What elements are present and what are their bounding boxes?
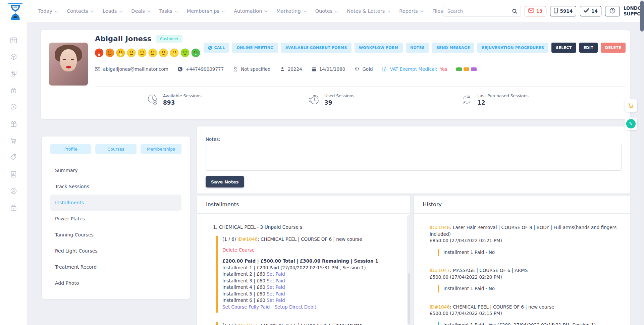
nav-item-leads[interactable]: Leads [103,8,121,14]
nav-item-quotes[interactable]: Quotes [315,8,337,14]
nav-item-tasks[interactable]: Tasks [159,8,177,14]
call-button[interactable]: CALL [204,43,229,53]
notes-button[interactable]: NOTES [406,43,429,53]
contact-value: Not specified [241,66,270,72]
customer-photo[interactable] [49,43,88,86]
app-logo-hourglass-icon[interactable] [8,2,23,20]
menu-item-track-sessions[interactable]: Track Sessions [50,178,181,195]
tab-courses[interactable]: Courses [95,144,136,154]
security-icon [10,204,17,212]
nav-item-contacts[interactable]: Contacts [67,8,93,14]
panel-scrollbar[interactable] [407,215,411,325]
floating-call-button[interactable] [625,117,637,130]
menu-item-installments[interactable]: Installments [50,195,181,211]
set-paid-link[interactable]: Set Paid [267,278,285,283]
chevron-down-icon [222,9,225,12]
menu-item-summary[interactable]: Summary [50,162,181,178]
nav-item-memberships[interactable]: Memberships [187,8,224,14]
phone-badge[interactable]: 5914 [550,6,577,16]
mood-emoji-9[interactable] [180,48,190,57]
save-notes-button[interactable]: Save Notes [206,176,244,187]
button-label: AVAILABLE CONSENT FORMS [285,46,347,50]
search-input[interactable] [443,8,509,14]
rail-item-bag-icon[interactable] [0,82,27,99]
rail-item-membership-renewal-icon[interactable] [0,182,27,199]
mood-emoji-2[interactable] [105,48,114,57]
nav-item-files[interactable]: Files [432,8,443,14]
customer-tag-chips [456,67,477,71]
menu-item-power-plates[interactable]: Power Plates [50,211,181,227]
nav-item-automation[interactable]: Automation [234,8,267,14]
help-badge[interactable] [605,6,620,16]
installment-text: Installment 4 | £60 [222,284,267,290]
history-entry: ID#1048: Laser Hair Removal | COURSE OF … [430,224,623,256]
menu-item-tanning-courses[interactable]: Tanning Courses [50,227,181,243]
tag-chip [471,67,477,71]
rail-item-package-icon[interactable] [0,48,27,65]
contact-user: 20224 [280,66,302,72]
rail-item-security-icon[interactable] [0,199,27,216]
menu-item-treatment-record[interactable]: Treatment Record [50,259,181,275]
mood-emoji-8[interactable] [170,48,179,57]
course-footer-links: Set Course Fully PaidSetup Direct Debit [222,304,403,311]
set-paid-link[interactable]: Set Paid [267,284,285,290]
notes-textarea[interactable] [206,144,622,171]
rail-item-calendar-icon[interactable]: 12 [0,32,27,48]
edit-button[interactable]: EDIT [579,43,598,53]
call-icon [208,46,212,50]
nav-item-today[interactable]: Today [38,8,57,14]
history-course-id[interactable]: ID#1048 [430,225,450,230]
chevron-down-icon [264,9,268,12]
course-id[interactable]: ID#1046 [237,236,258,242]
history-entry: ID#1047: MASSAGE | COURSE OF 6 | ARMS£50… [430,267,623,292]
tasks-badge[interactable]: 14 [580,6,601,16]
history-course-id[interactable]: ID#1046 [430,304,450,310]
course-id[interactable]: ID#1023 [237,323,258,325]
menu-item-add-photo[interactable]: Add Photo [50,275,181,291]
installment-text: Installment 6 | £60 [222,297,267,303]
rail-item-copy-icon[interactable] [0,65,27,82]
workflow-form-button[interactable]: WORKFLOW FORM [355,43,403,53]
rail-item-cart-icon[interactable] [0,132,27,149]
nav-item-deals[interactable]: Deals [131,8,150,14]
rail-item-gift-icon[interactable] [0,115,27,132]
rail-item-history-icon[interactable] [0,99,27,115]
send-message-button[interactable]: SEND MESSAGE [432,43,474,53]
mood-emoji-1[interactable] [95,48,104,57]
stat-available-sessions: Available Sessions893 [147,93,202,106]
installment-line: Installment 2 | £60 Set Paid [222,271,403,278]
setup-direct-debit-link[interactable]: Setup Direct Debit [274,304,316,310]
floating-cart-button[interactable] [625,99,637,112]
online-meeting-button[interactable]: ONLINE MEETING [232,43,278,53]
mood-emoji-6[interactable] [148,48,157,57]
search-icon[interactable] [509,6,521,16]
bag-icon [10,87,17,94]
rejuvenation-procedures-button[interactable]: REJUVENATION PROCEDURES [477,43,548,53]
delete-course-link[interactable]: Delete Course [222,247,403,253]
mood-emoji-7[interactable] [159,48,168,57]
delete-button[interactable]: DELETE [601,43,626,53]
mail-badge[interactable]: 13 [525,6,546,16]
select-button[interactable]: SELECT [551,43,576,53]
tab-profile[interactable]: Profile [50,144,91,154]
nav-item-reports[interactable]: Reports [399,8,423,14]
menu-item-red-light-courses[interactable]: Red Light Courses [50,243,181,259]
rail-item-price-tags-icon[interactable] [0,149,27,166]
tab-memberships[interactable]: Memberships [141,144,181,154]
available-consent-forms-button[interactable]: AVAILABLE CONSENT FORMS [281,43,352,53]
mood-emoji-4[interactable] [127,48,136,57]
page-scrollbar[interactable] [640,0,644,325]
mood-emoji-3[interactable] [116,48,125,57]
set-course-fully-paid-link[interactable]: Set Course Fully Paid [222,304,270,310]
mood-emoji-5[interactable] [138,48,147,57]
history-course-id[interactable]: ID#1047 [430,268,450,273]
set-paid-link[interactable]: Set Paid [267,297,285,303]
set-paid-link[interactable]: Set Paid [267,291,285,296]
nav-item-marketing[interactable]: Marketing [276,8,305,14]
rail-item-report-icon[interactable] [0,166,27,182]
nav-item-notes-letters[interactable]: Notes & Letters [347,8,389,14]
calendar-icon: 12 [10,36,17,44]
set-paid-link[interactable]: Set Paid [267,271,285,277]
check-icon [584,8,589,14]
mood-emoji-10[interactable] [191,48,200,57]
